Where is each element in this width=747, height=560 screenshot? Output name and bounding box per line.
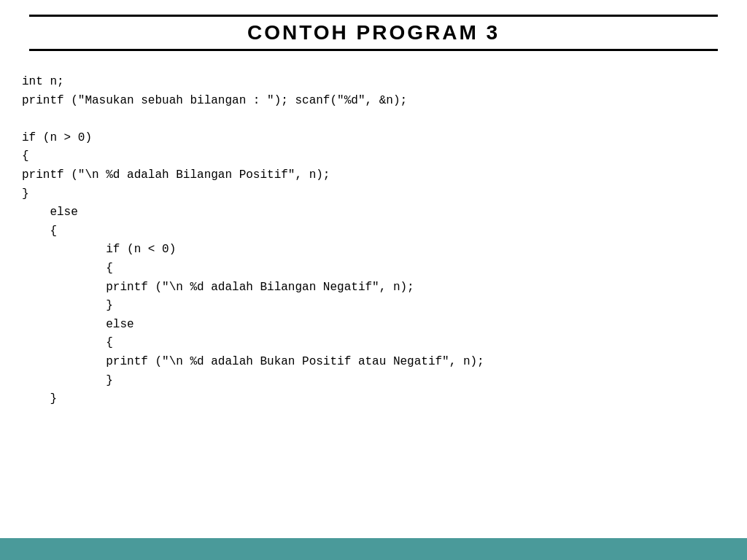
- code-block: int n; printf ("Masukan sebuah bilangan …: [22, 73, 725, 409]
- bottom-bar: [0, 538, 747, 560]
- page-container: CONTOH PROGRAM 3 int n; printf ("Masukan…: [0, 0, 747, 560]
- title-line: CONTOH PROGRAM 3: [29, 15, 718, 51]
- header-section: CONTOH PROGRAM 3: [0, 0, 747, 58]
- code-section: int n; printf ("Masukan sebuah bilangan …: [0, 58, 747, 538]
- page-title: CONTOH PROGRAM 3: [247, 21, 500, 44]
